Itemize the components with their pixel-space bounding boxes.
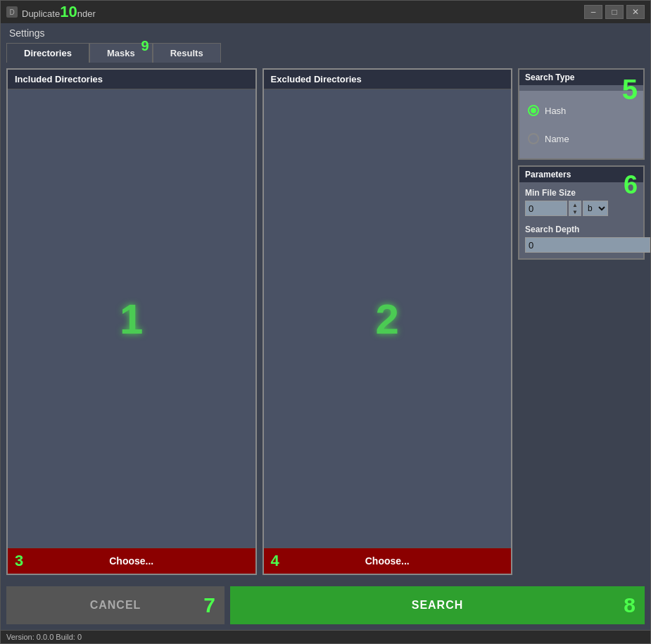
name-radio[interactable] — [528, 133, 539, 144]
search-depth-row: ▲ ▼ — [525, 237, 638, 253]
included-choose-number: 3 — [15, 552, 23, 570]
right-panel: Search Type 5 Hash Name Parameters 6 — [518, 68, 645, 575]
parameters-number: 6 — [624, 172, 638, 198]
included-directories-panel: Included Directories 1 3 Choose... — [6, 68, 257, 575]
tab-masks[interactable]: Masks 9 — [89, 43, 153, 63]
search-type-number: 5 — [622, 75, 638, 103]
min-file-size-row: ▲ ▼ b kb mb gb — [525, 201, 638, 216]
name-radio-row[interactable]: Name — [525, 125, 638, 153]
settings-label: Settings — [1, 23, 650, 43]
min-file-size-down[interactable]: ▼ — [569, 208, 581, 215]
search-depth-label: Search Depth — [525, 225, 638, 234]
excluded-directories-panel: Excluded Directories 2 4 Choose... — [263, 68, 513, 575]
status-bar: Version: 0.0.0 Build: 0 — [1, 630, 650, 643]
tab-masks-number: 9 — [141, 38, 149, 54]
included-directories-list: 1 — [8, 89, 255, 548]
app-icon: D — [6, 6, 18, 18]
bottom-bar: CANCEL 7 SEARCH 8 — [1, 581, 650, 630]
tab-directories[interactable]: Directories — [6, 43, 89, 63]
main-content: Included Directories 1 3 Choose... Exclu… — [1, 63, 650, 581]
excluded-choose-number: 4 — [271, 552, 279, 570]
titlebar-controls: – □ ✕ — [584, 5, 645, 19]
hash-radio-row[interactable]: Hash — [525, 96, 638, 125]
excluded-number-label: 2 — [376, 294, 399, 343]
titlebar-left: D Duplicate10nder — [6, 4, 96, 20]
tab-results[interactable]: Results — [153, 43, 221, 63]
titlebar: D Duplicate10nder – □ ✕ — [1, 1, 650, 23]
hash-radio[interactable] — [528, 105, 539, 116]
tabs-bar: Directories Masks 9 Results — [1, 43, 650, 63]
excluded-directories-list: 2 — [264, 89, 512, 548]
app-title: Duplicate10nder — [22, 4, 96, 20]
included-choose-button[interactable]: 3 Choose... — [8, 548, 255, 574]
minimize-button[interactable]: – — [584, 5, 602, 19]
min-file-size-label: Min File Size — [525, 188, 638, 198]
version-text: Version: 0.0.0 Build: 0 — [6, 633, 82, 641]
min-file-size-up[interactable]: ▲ — [569, 201, 581, 208]
excluded-choose-button[interactable]: 4 Choose... — [264, 548, 512, 574]
cancel-button[interactable]: CANCEL 7 — [6, 586, 225, 624]
close-button[interactable]: ✕ — [626, 5, 645, 19]
cancel-number: 7 — [203, 593, 216, 617]
directories-section: Included Directories 1 3 Choose... Exclu… — [6, 68, 512, 575]
min-file-size-input[interactable] — [525, 201, 567, 216]
parameters-box: Parameters 6 Min File Size ▲ ▼ b kb mb — [518, 165, 645, 260]
name-label: Name — [545, 134, 569, 144]
search-button[interactable]: SEARCH 8 — [230, 586, 645, 624]
maximize-button[interactable]: □ — [605, 5, 624, 19]
search-number: 8 — [624, 593, 636, 617]
included-directories-header: Included Directories — [8, 70, 255, 89]
included-number-label: 1 — [120, 294, 143, 343]
search-type-box: Search Type 5 Hash Name — [518, 68, 645, 160]
main-window: D Duplicate10nder – □ ✕ Settings Directo… — [0, 0, 651, 644]
unit-select[interactable]: b kb mb gb — [583, 201, 608, 216]
min-file-size-spinner: ▲ ▼ — [569, 201, 581, 216]
excluded-directories-header: Excluded Directories — [264, 70, 512, 89]
hash-label: Hash — [545, 106, 566, 116]
search-depth-input[interactable] — [525, 237, 650, 253]
